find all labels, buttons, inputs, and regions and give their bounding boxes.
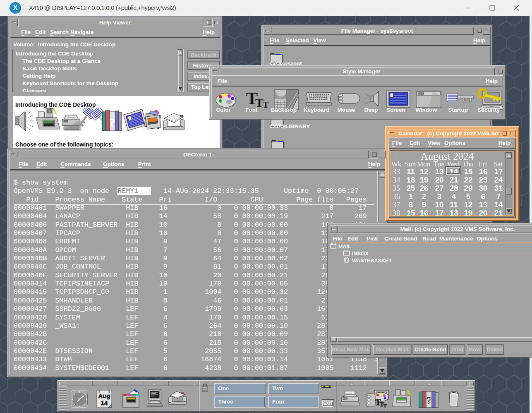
svg-text:Aug: Aug — [98, 392, 110, 399]
svg-text:T: T — [383, 403, 387, 408]
svg-text:?: ? — [109, 115, 115, 129]
svg-text:14: 14 — [101, 399, 108, 406]
svg-text:?: ? — [427, 395, 431, 406]
